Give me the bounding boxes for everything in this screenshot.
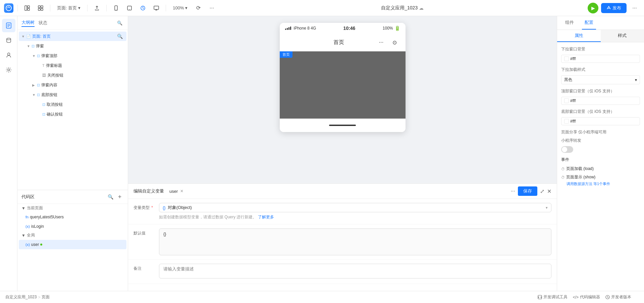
code-add-btn[interactable]: + [116, 193, 124, 201]
edit-save-btn[interactable]: 保存 [518, 186, 537, 196]
code-item-user[interactable]: (x) user [19, 240, 126, 249]
phone-page-title: 首页 [302, 39, 376, 46]
phone-nav-bar: 首页 ··· ⊙ [280, 34, 406, 51]
tab-config[interactable]: 配置 [582, 16, 596, 30]
export-icon-btn[interactable] [92, 3, 102, 13]
publish-btn[interactable]: 发布 [601, 3, 627, 13]
sidebar-data-btn[interactable] [2, 34, 15, 47]
dev-mode-btn[interactable]: 开发者版本 [605, 294, 631, 300]
status-right: 开发调试工具 </> 代码编辑器 开发者版本 [538, 294, 639, 300]
page-label: 页面: 首页 [57, 5, 77, 11]
tab-state[interactable]: 状态 [39, 19, 47, 27]
prop-row-4: #fff [561, 117, 640, 125]
tab-component[interactable]: 组件 [562, 16, 577, 30]
tree-item-modal[interactable]: ▼ ⊡ 弹窗 ≡ [19, 41, 126, 51]
toolbar-more-right[interactable]: ··· [629, 3, 640, 13]
status-sep: > [38, 295, 40, 300]
prop-color-1[interactable]: #fff [561, 55, 640, 63]
phone-more-btn[interactable]: ··· [376, 37, 387, 48]
more-btn-toolbar[interactable]: ··· [206, 3, 217, 13]
svg-rect-2 [28, 6, 30, 8]
page-selector[interactable]: 页面: 首页 ▾ [54, 4, 83, 12]
grid-icon-btn[interactable] [35, 3, 46, 13]
prop-row-2: 黑色 ▾ [561, 75, 640, 84]
tree-item-bottom-btns[interactable]: ▼ ⊡ 底部按钮 [19, 90, 126, 99]
phone-record-btn[interactable]: ⊙ [389, 37, 400, 48]
close-action-1[interactable]: ≡ [112, 73, 118, 78]
field-label-type: 变量类型 * [133, 203, 154, 211]
desktop-icon-btn[interactable] [151, 3, 162, 13]
zoom-selector[interactable]: 100% ▾ [170, 4, 190, 12]
tab-outline[interactable]: 大纲树 [21, 19, 35, 27]
tablet-icon-btn[interactable] [124, 3, 135, 13]
dev-tools-btn[interactable]: 开发调试工具 [538, 294, 568, 300]
close-action-2[interactable]: ⚡ [118, 73, 124, 78]
code-search-btn[interactable]: 🔍 [106, 193, 114, 201]
interactive-mode-btn[interactable] [138, 3, 148, 13]
modal-action-1[interactable]: ≡ [118, 43, 124, 49]
tree-item-modal-top[interactable]: ▼ ⊡ 弹窗顶部 [19, 51, 126, 60]
tree-item-close-btn[interactable]: ▶ 🖼 关闭按钮 ≡ ⚡ [19, 71, 126, 80]
edit-close-btn[interactable]: ✕ [547, 188, 551, 194]
code-editor-btn[interactable]: </> 代码编辑器 [573, 294, 600, 300]
right-panel-content: 下拉窗口背景 #fff 下拉加载样式 黑色 ▾ 顶部窗口背景（仅 iOS 支持） [557, 42, 644, 291]
clock-icon-1: ⏱ [561, 167, 565, 171]
phone-carrier: iPhone 8 4G [294, 26, 316, 31]
tree-item-page[interactable]: ▼ 📄 页面: 首页 🔍 [19, 32, 126, 41]
note-textarea[interactable] [159, 264, 551, 278]
type-select-text: 对象(Object) [168, 205, 546, 211]
toolbar-sep-4 [106, 5, 107, 11]
outline-panel: 大纲树 状态 🔍 ▼ 📄 页面: 首页 🔍 ▼ ⊡ 弹窗 [17, 16, 128, 190]
tree-item-confirm-btn[interactable]: ▶ ⊡ 确认按钮 ⚡ [19, 110, 126, 119]
field-row-default: 默认值 {} [128, 224, 557, 260]
prop-color-3[interactable]: #fff [561, 117, 640, 125]
toolbar-right: ▶ 发布 ··· [588, 3, 640, 13]
default-value-box[interactable]: {} [159, 228, 551, 255]
title-action-1[interactable]: ≡ [118, 63, 124, 68]
mini-redirect-toggle[interactable] [561, 146, 573, 153]
status-app-name: 自定义应用_1023 [5, 294, 37, 300]
code-panel-title: 代码区 [21, 194, 106, 200]
tree-item-modal-title[interactable]: ▶ T 弹窗标题 ≡ [19, 61, 126, 70]
preview-btn[interactable]: ▶ [588, 3, 598, 13]
event-item-show[interactable]: ⏱ 页面显示 (show) [561, 173, 640, 181]
confirm-action-1[interactable]: ⚡ [118, 112, 124, 117]
type-select[interactable]: {} 对象(Object) ▾ [159, 203, 551, 212]
tree-page-search[interactable]: 🔍 [116, 32, 124, 40]
code-panel-actions: 🔍 + [106, 193, 124, 201]
layout-icon-btn[interactable] [22, 3, 33, 13]
phone-content: 首页 [280, 51, 406, 119]
subtab-style[interactable]: 样式 [601, 30, 644, 42]
sidebar-pages-btn[interactable] [2, 19, 15, 32]
code-item-islogin[interactable]: (x) isLogin [17, 222, 128, 231]
tree-item-modal-content[interactable]: ▶ ⊡ 弹窗内容 [19, 80, 126, 90]
prop-title-4: 底部窗口背景（仅 iOS 支持） [561, 109, 640, 115]
prop-select-style[interactable]: 黑色 ▾ [561, 75, 640, 84]
svg-rect-3 [28, 8, 30, 10]
field-content-type: {} 对象(Object) ▾ 如需创建数据模型变量，请通过数据 Query 进… [159, 203, 551, 220]
svg-point-18 [7, 38, 11, 40]
code-item-query[interactable]: fn queryLatest5Users [17, 212, 128, 222]
prop-color-2[interactable]: #fff [561, 97, 640, 105]
tree-item-cancel-btn[interactable]: ▶ ⊡ 取消按钮 ⚡ [19, 100, 126, 109]
var-close-btn[interactable]: ✕ [179, 188, 184, 194]
subtab-props[interactable]: 属性 [557, 30, 601, 42]
color-swatch-3 [564, 119, 569, 124]
event-item-load[interactable]: ⏱ 页面加载 (load) [561, 165, 640, 173]
toolbar-sep-2 [50, 5, 50, 11]
tree-page-label: 页面: 首页 [32, 34, 116, 39]
phone-icon-btn[interactable] [111, 3, 121, 13]
code-section-global: ▼ 全局 [17, 231, 128, 240]
refresh-btn[interactable]: ⟳ [193, 3, 204, 13]
hint-link[interactable]: 了解更多 [258, 215, 274, 219]
sidebar-settings-btn[interactable] [2, 63, 15, 77]
type-select-icon: {} [163, 205, 166, 210]
sidebar-users-btn[interactable] [2, 48, 15, 62]
edit-more-btn[interactable]: ··· [511, 188, 515, 194]
icons-sidebar [0, 16, 17, 291]
right-panel: 组件 配置 属性 样式 下拉窗口背景 #fff 下拉加载样式 黑色 ▾ [557, 16, 644, 291]
edit-expand-btn[interactable]: ⤢ [540, 188, 544, 194]
cancel-action-1[interactable]: ⚡ [118, 102, 124, 107]
phone-time: 10:46 [316, 26, 383, 31]
outline-search-btn[interactable]: 🔍 [116, 19, 124, 27]
